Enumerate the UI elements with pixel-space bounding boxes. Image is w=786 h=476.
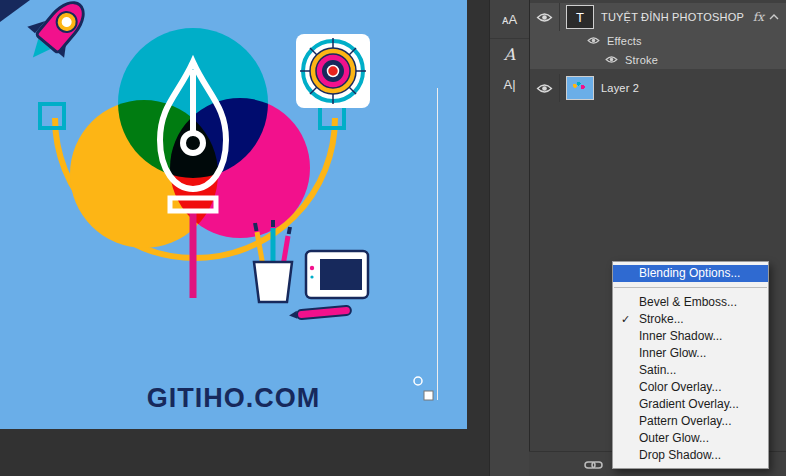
menu-item-satin[interactable]: Satin... (613, 362, 768, 379)
menu-item-bevel-emboss[interactable]: Bevel & Emboss... (613, 294, 768, 311)
text-layer-thumbnail[interactable]: T (566, 5, 594, 29)
effects-label[interactable]: Effects (607, 35, 642, 47)
eye-icon[interactable] (605, 55, 618, 64)
visibility-toggle[interactable] (530, 3, 560, 31)
character-panel-icon[interactable]: ᴀA (490, 0, 529, 39)
menu-item-pattern-overlay[interactable]: Pattern Overlay... (613, 413, 768, 430)
layer-name[interactable]: TUYỆT ĐỈNH PHOTOSHOP (601, 11, 744, 23)
menu-item-inner-glow[interactable]: Inner Glow... (613, 345, 768, 362)
collapse-effects-icon[interactable] (769, 14, 779, 20)
pen-nib-and-desk-items (0, 0, 467, 429)
menu-item-inner-shadow[interactable]: Inner Shadow... (613, 328, 768, 345)
menu-item-outer-glow[interactable]: Outer Glow... (613, 430, 768, 447)
menu-item-blending-options[interactable]: Blending Options... (613, 265, 768, 282)
layer-row-image[interactable]: Layer 2 (530, 74, 786, 102)
layer-row-text[interactable]: T TUYỆT ĐỈNH PHOTOSHOP fx (530, 3, 786, 31)
stroke-effect-label[interactable]: Stroke (625, 54, 658, 66)
layer-style-context-menu: Blending Options... Bevel & Emboss... ✓ … (612, 261, 769, 469)
stroke-effect-row[interactable]: Stroke (530, 50, 786, 69)
eye-icon[interactable] (587, 36, 600, 45)
menu-item-color-overlay[interactable]: Color Overlay... (613, 379, 768, 396)
document-canvas[interactable]: GITIHO.COM (0, 0, 467, 429)
menu-item-stroke[interactable]: ✓ Stroke... (613, 311, 768, 328)
check-icon: ✓ (621, 311, 630, 328)
visibility-toggle[interactable] (530, 74, 560, 102)
menu-item-gradient-overlay[interactable]: Gradient Overlay... (613, 396, 768, 413)
menu-item-drop-shadow[interactable]: Drop Shadow... (613, 447, 768, 464)
layer-name[interactable]: Layer 2 (601, 82, 639, 94)
artwork-brand-text: GITIHO.COM (0, 383, 467, 414)
menu-separator (614, 287, 767, 288)
photoshop-window: GITIHO.COM ᴀA A A| T TUYỆT ĐỈNH PHOTOSHO… (0, 0, 786, 476)
paragraph-styles-panel-icon[interactable]: A| (490, 69, 529, 99)
eye-icon (536, 12, 553, 23)
image-layer-thumbnail[interactable] (566, 76, 594, 100)
effects-group-row[interactable]: Effects (530, 31, 786, 50)
glyphs-panel-icon[interactable]: A (490, 39, 529, 69)
link-layers-icon[interactable] (584, 459, 603, 471)
collapsed-panels-dock: ᴀA A A| (489, 0, 529, 476)
eye-icon (536, 83, 553, 94)
fx-badge[interactable]: fx (753, 10, 764, 24)
menu-item-stroke-label: Stroke... (639, 312, 684, 326)
